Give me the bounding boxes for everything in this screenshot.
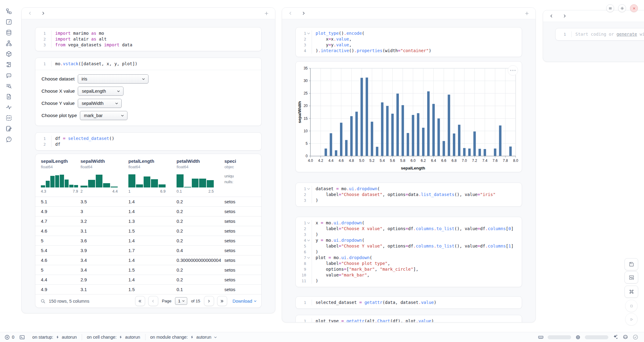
column-header[interactable]: petalLength float64 16.9 (128, 159, 177, 194)
svg-text:5.2: 5.2 (370, 159, 375, 163)
next-page-button[interactable] (204, 296, 214, 306)
first-page-button[interactable] (135, 296, 145, 306)
fold-chevron-icon[interactable] (307, 221, 310, 224)
help-icon[interactable]: ? (5, 136, 12, 143)
bar-chart[interactable]: 4.04.24.44.64.85.05.25.45.65.86.06.26.46… (296, 64, 522, 171)
table-cell: 1.5 (128, 267, 177, 273)
on-module-change-toggle[interactable]: on module change: autorun (148, 335, 220, 340)
svg-text:6.6: 6.6 (441, 159, 446, 163)
page-select[interactable]: 1 (175, 297, 187, 305)
code-line: 5 label="Choose Y value", options=df.col… (298, 243, 518, 249)
settings-button[interactable] (618, 4, 626, 12)
y-value-select[interactable]: sepalWidth (78, 99, 122, 108)
terminal-icon[interactable] (19, 334, 25, 340)
tracing-icon[interactable] (5, 104, 12, 111)
save-icon (628, 261, 635, 267)
close-button[interactable] (630, 4, 638, 12)
panel-back-button[interactable] (549, 14, 554, 18)
code-editor[interactable]: 1x = mo.ui.dropdown(2 label="Choose X va… (296, 217, 522, 287)
scratchpad-icon[interactable] (5, 125, 12, 132)
fold-chevron-icon[interactable] (307, 256, 310, 258)
code-editor[interactable]: 1selected_dataset = getattr(data, datase… (296, 297, 522, 308)
code-editor[interactable]: 1plot_type = getattr(alt.Chart(df), plot… (296, 315, 522, 322)
code-editor[interactable]: 1plot_type().encode(2 x=x.value,3 y=y.va… (296, 27, 522, 57)
code-editor[interactable]: 1mo.vstack([dataset, x, y, plot]) (35, 58, 261, 70)
column-header[interactable]: sepalWidth float64 24.4 (80, 159, 128, 194)
check-circle-icon[interactable] (632, 334, 639, 340)
fold-chevron-icon[interactable] (307, 239, 310, 241)
panel-back-button[interactable] (28, 11, 32, 16)
table-cell: 1.4 (128, 238, 177, 243)
snippets-icon[interactable] (5, 93, 12, 100)
download-button[interactable]: Download (233, 299, 257, 304)
add-cell-button[interactable] (264, 11, 269, 16)
table-body: 5.13.51.40.2setos4.931.40.2setos4.73.21.… (35, 197, 261, 294)
on-cell-change-toggle[interactable]: on cell change: autorun (85, 335, 142, 340)
chevron-down-icon (116, 89, 120, 93)
svg-text:6.4: 6.4 (431, 159, 436, 163)
gear-icon (620, 6, 624, 10)
code-editor[interactable]: 1df = selected_dataset()2df (35, 133, 261, 150)
svg-text:4.2: 4.2 (318, 159, 323, 163)
package-icon[interactable] (5, 51, 12, 57)
copilot-icon[interactable] (622, 334, 628, 340)
stop-button[interactable] (625, 300, 638, 312)
cell-xy-plot-dropdowns: 1x = mo.ui.dropdown(2 label="Choose X va… (295, 217, 522, 287)
on-startup-toggle[interactable]: on startup: autorun (30, 335, 79, 340)
panel-left-header (22, 8, 275, 19)
error-count-icon[interactable] (4, 334, 10, 340)
cpu-icon (575, 334, 581, 340)
file-tree-icon[interactable] (5, 8, 12, 15)
table-cell: setos (224, 219, 261, 224)
table-cell: 1.5 (128, 287, 177, 292)
x-value-select[interactable]: sepalLength (78, 87, 123, 96)
panel-forward-button[interactable] (301, 11, 306, 16)
prev-page-button[interactable] (148, 296, 158, 306)
outline-search-icon[interactable] (5, 83, 12, 89)
keyboard-shortcuts-button[interactable] (624, 286, 638, 298)
fold-chevron-icon[interactable] (307, 187, 310, 190)
column-histogram (177, 173, 214, 187)
panel-forward-button[interactable] (562, 14, 567, 18)
code-block-icon[interactable] (5, 115, 12, 121)
chevron-down-icon (115, 102, 119, 105)
add-cell-button[interactable] (524, 11, 529, 16)
database-icon[interactable] (5, 29, 12, 36)
column-header[interactable]: sepalLength float64 4.37.9 (41, 159, 80, 194)
chat-bot-icon[interactable] (5, 72, 12, 79)
code-editor[interactable]: 1import marimo as mo2import altair as al… (35, 27, 261, 51)
table-cell: 3.4 (80, 267, 128, 273)
save-button[interactable] (624, 258, 638, 270)
svg-text:7.8: 7.8 (503, 159, 508, 163)
run-button[interactable] (625, 313, 638, 326)
layout-button[interactable] (624, 271, 638, 283)
svg-text:f: f (8, 20, 11, 24)
last-page-button[interactable] (217, 296, 227, 306)
table-row: 4.93.11.50.1setos (35, 284, 261, 294)
svg-text:8.0: 8.0 (513, 159, 518, 163)
column-header[interactable]: speci objec uniqunulls: (224, 159, 261, 194)
column-header[interactable]: petalWidth float64 0.12.5 (177, 159, 224, 194)
dataset-select[interactable]: iris (78, 74, 148, 84)
table-cell: 3 (80, 209, 128, 214)
panel-back-button[interactable] (288, 11, 293, 16)
cell-plot: 1plot_type().encode(2 x=x.value,3 y=y.va… (295, 27, 522, 57)
panel-forward-button[interactable] (41, 11, 45, 16)
search-icon[interactable] (40, 298, 46, 304)
table-row: 5.43.91.70.4setos (35, 245, 261, 255)
menu-button[interactable] (606, 4, 614, 12)
plot-type-select[interactable]: mark_bar (80, 111, 127, 120)
fold-chevron-icon[interactable] (307, 32, 310, 34)
code-line: 2 x=x.value, (298, 36, 518, 42)
dependency-graph-icon[interactable] (5, 40, 12, 47)
sparkles-icon[interactable] (612, 334, 618, 340)
chart-menu-button[interactable] (508, 65, 518, 76)
svg-text:7.2: 7.2 (472, 159, 477, 163)
code-line: 2 label="Choose dataset", options=data.l… (298, 192, 518, 198)
panel-right-header (543, 10, 644, 22)
function-square-icon[interactable]: f (5, 19, 12, 25)
scroll-icon[interactable] (5, 61, 12, 68)
marimo-app: f ? 1import marimo as mo2import altair a… (0, 0, 644, 342)
code-editor-placeholder[interactable]: 1Start coding or generate with (556, 28, 644, 40)
code-editor[interactable]: 1dataset = mo.ui.dropdown(2 label="Choos… (296, 183, 522, 206)
